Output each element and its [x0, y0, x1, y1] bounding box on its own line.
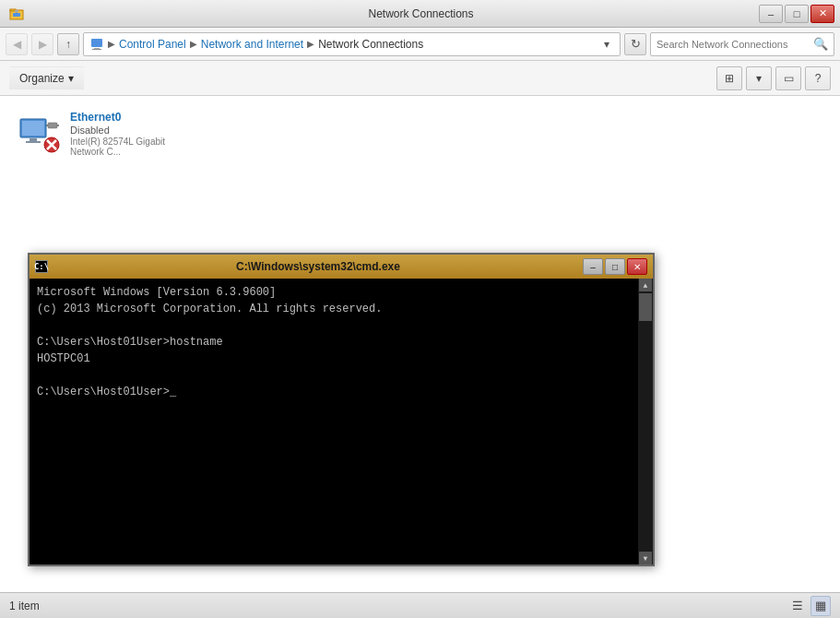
view-dropdown-button[interactable]: ▾: [746, 66, 772, 90]
cmd-title-text: C:\Windows\system32\cmd.exe: [53, 260, 583, 273]
ethernet0-item[interactable]: Ethernet0 Disabled Intel(R) 82574L Gigab…: [9, 105, 194, 162]
breadcrumb-control-panel[interactable]: Control Panel: [119, 38, 186, 51]
breadcrumb-network-connections: Network Connections: [318, 38, 423, 51]
ethernet0-info: Ethernet0 Disabled Intel(R) 82574L Gigab…: [70, 111, 186, 157]
view-toggle-button[interactable]: ⊞: [716, 66, 742, 90]
preview-pane-button[interactable]: ▭: [775, 66, 801, 90]
cmd-line-1: Microsoft Windows [Version 6.3.9600]: [37, 284, 645, 301]
cmd-scroll-up[interactable]: ▲: [639, 279, 652, 291]
breadcrumb-sep-2: ▶: [190, 39, 197, 49]
svg-rect-10: [30, 138, 37, 141]
svg-rect-4: [15, 10, 18, 12]
cmd-title-bar: C:\ C:\Windows\system32\cmd.exe – □ ✕: [30, 255, 653, 279]
breadcrumb-dropdown[interactable]: ▾: [599, 38, 614, 51]
ethernet-icon: [17, 112, 61, 156]
cmd-line-5: HOSTPC01: [37, 351, 645, 367]
cmd-line-2: (c) 2013 Microsoft Corporation. All righ…: [37, 301, 645, 317]
maximize-button[interactable]: □: [785, 5, 809, 23]
toolbar-right: ⊞ ▾ ▭ ?: [716, 66, 831, 90]
help-icon: ?: [815, 72, 822, 85]
cmd-window[interactable]: C:\ C:\Windows\system32\cmd.exe – □ ✕ Mi…: [28, 253, 655, 566]
view-dropdown-icon: ▾: [756, 72, 762, 85]
cmd-scrollbar[interactable]: ▲ ▼: [638, 279, 653, 565]
svg-rect-9: [22, 121, 44, 136]
cmd-line-3: [37, 317, 645, 334]
cmd-scroll-down[interactable]: ▼: [639, 552, 652, 565]
cmd-minimize-button[interactable]: –: [583, 258, 603, 275]
pane-icon: ▭: [784, 72, 794, 85]
ethernet0-adapter: Intel(R) 82574L Gigabit Network C...: [70, 137, 186, 157]
window-title: Network Connections: [83, 7, 759, 20]
title-bar-controls: – □ ✕: [759, 5, 834, 23]
forward-button[interactable]: ▶: [31, 33, 53, 55]
address-breadcrumb[interactable]: ▶ Control Panel ▶ Network and Internet ▶…: [83, 32, 621, 56]
ethernet0-status: Disabled: [70, 125, 186, 136]
organize-dropdown-icon: ▾: [68, 72, 74, 85]
organize-button[interactable]: Organize ▾: [9, 66, 84, 90]
minimize-button[interactable]: –: [759, 5, 783, 23]
refresh-button[interactable]: ↻: [624, 33, 646, 55]
ethernet0-name: Ethernet0: [70, 111, 186, 124]
status-view-icons: ☰ ▦: [787, 596, 831, 616]
close-button[interactable]: ✕: [810, 5, 834, 23]
status-detail-view-button[interactable]: ▦: [810, 596, 831, 616]
cmd-line-4: C:\Users\Host01User>hostname: [37, 334, 645, 351]
svg-rect-11: [26, 141, 41, 143]
search-box[interactable]: 🔍: [650, 32, 834, 56]
up-button[interactable]: ↑: [57, 33, 79, 55]
search-input[interactable]: [657, 39, 810, 50]
svg-rect-12: [48, 123, 57, 128]
view-grid-icon: ⊞: [725, 72, 734, 85]
item-count: 1 item: [9, 600, 40, 612]
cmd-maximize-button[interactable]: □: [605, 258, 625, 275]
svg-rect-7: [92, 49, 101, 50]
help-button[interactable]: ?: [805, 66, 831, 90]
address-bar: ◀ ▶ ↑ ▶ Control Panel ▶ Network and Inte…: [0, 28, 840, 61]
list-view-icon: ☰: [792, 599, 803, 612]
folder-network-icon: [9, 6, 24, 21]
status-list-view-button[interactable]: ☰: [787, 596, 808, 616]
title-bar: Network Connections – □ ✕: [0, 0, 840, 28]
cmd-line-7: C:\Users\Host01User>_: [37, 384, 645, 400]
breadcrumb-network-internet[interactable]: Network and Internet: [201, 38, 303, 51]
cmd-close-button[interactable]: ✕: [627, 258, 647, 275]
computer-icon: [89, 37, 104, 52]
cmd-icon: C:\: [35, 260, 48, 273]
toolbar: Organize ▾ ⊞ ▾ ▭ ?: [0, 61, 840, 96]
back-button[interactable]: ◀: [6, 33, 28, 55]
breadcrumb-sep-3: ▶: [307, 39, 314, 49]
cmd-controls: – □ ✕: [583, 258, 647, 275]
svg-rect-5: [91, 39, 102, 47]
detail-view-icon: ▦: [815, 599, 826, 612]
cmd-scroll-thumb[interactable]: [639, 293, 652, 321]
breadcrumb-sep-1: ▶: [108, 39, 115, 49]
svg-rect-2: [13, 13, 20, 17]
status-bar: 1 item ☰ ▦: [0, 592, 840, 618]
main-content: Ethernet0 Disabled Intel(R) 82574L Gigab…: [0, 96, 840, 592]
cmd-line-6: [37, 367, 645, 384]
cmd-body: Microsoft Windows [Version 6.3.9600] (c)…: [30, 279, 653, 565]
search-icon: 🔍: [813, 37, 828, 51]
